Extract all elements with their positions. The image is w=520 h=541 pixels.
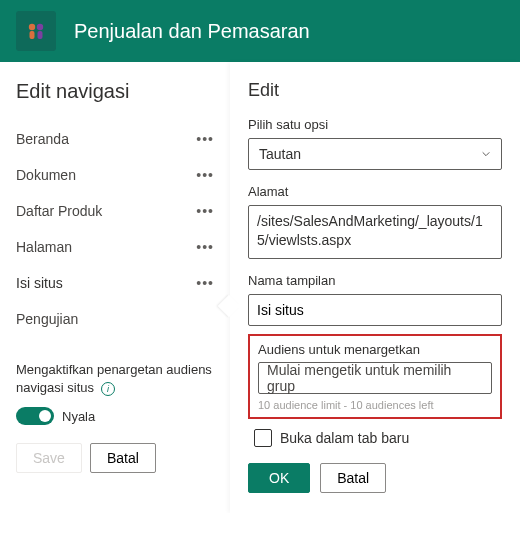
nav-item-label: Pengujian	[16, 311, 78, 327]
audience-placeholder: Mulai mengetik untuk memilih grup	[267, 362, 483, 394]
site-title: Penjualan dan Pemasaran	[74, 20, 310, 43]
info-icon[interactable]: i	[101, 382, 115, 396]
nav-item-label: Dokumen	[16, 167, 76, 183]
cancel-button[interactable]: Batal	[90, 443, 156, 473]
address-input[interactable]: /sites/SalesAndMarketing/_layouts/15/vie…	[248, 205, 502, 259]
nav-item-label: Beranda	[16, 131, 69, 147]
nav-item-label: Isi situs	[16, 275, 63, 291]
option-select[interactable]: Tautan	[248, 138, 502, 170]
audience-toggle-section: Mengaktifkan penargetan audiens navigasi…	[16, 361, 218, 425]
edit-title: Edit	[248, 80, 502, 101]
nav-item-pengujian[interactable]: Pengujian	[16, 301, 218, 337]
audience-label: Audiens untuk menargetkan	[258, 342, 492, 357]
nav-item-isi-situs[interactable]: Isi situs •••	[16, 265, 218, 301]
nav-item-halaman[interactable]: Halaman •••	[16, 229, 218, 265]
svg-rect-1	[30, 31, 35, 39]
audience-highlight: Audiens untuk menargetkan Mulai mengetik…	[248, 334, 502, 419]
audience-hint: 10 audience limit - 10 audiences left	[258, 399, 492, 411]
nav-item-beranda[interactable]: Beranda •••	[16, 121, 218, 157]
svg-point-0	[29, 24, 35, 30]
nav-item-label: Halaman	[16, 239, 72, 255]
address-value: /sites/SalesAndMarketing/_layouts/15/vie…	[257, 213, 483, 248]
audience-toggle[interactable]	[16, 407, 54, 425]
site-logo	[16, 11, 56, 51]
open-new-tab-row: Buka dalam tab baru	[254, 429, 502, 447]
option-label: Pilih satu opsi	[248, 117, 502, 132]
open-new-tab-label: Buka dalam tab baru	[280, 430, 409, 446]
content: Edit navigasi Beranda ••• Dokumen ••• Da…	[0, 62, 520, 513]
save-button: Save	[16, 443, 82, 473]
edit-nav-title: Edit navigasi	[16, 80, 218, 103]
nav-item-label: Daftar Produk	[16, 203, 102, 219]
open-new-tab-checkbox[interactable]	[254, 429, 272, 447]
display-name-label: Nama tampilan	[248, 273, 502, 288]
svg-rect-3	[38, 31, 43, 39]
option-value: Tautan	[259, 146, 301, 162]
audience-input[interactable]: Mulai mengetik untuk memilih grup	[258, 362, 492, 394]
cancel-button-right[interactable]: Batal	[320, 463, 386, 493]
edit-panel: Edit Pilih satu opsi Tautan Alamat /site…	[230, 62, 520, 513]
chevron-down-icon	[481, 149, 491, 159]
toggle-on-label: Nyala	[62, 409, 95, 424]
svg-point-2	[37, 24, 43, 30]
nav-item-dokumen[interactable]: Dokumen •••	[16, 157, 218, 193]
display-name-input[interactable]	[248, 294, 502, 326]
display-name-field[interactable]	[257, 302, 493, 318]
left-panel: Edit navigasi Beranda ••• Dokumen ••• Da…	[0, 62, 230, 513]
site-header: Penjualan dan Pemasaran	[0, 0, 520, 62]
address-label: Alamat	[248, 184, 502, 199]
nav-item-daftar-produk[interactable]: Daftar Produk •••	[16, 193, 218, 229]
ok-button[interactable]: OK	[248, 463, 310, 493]
